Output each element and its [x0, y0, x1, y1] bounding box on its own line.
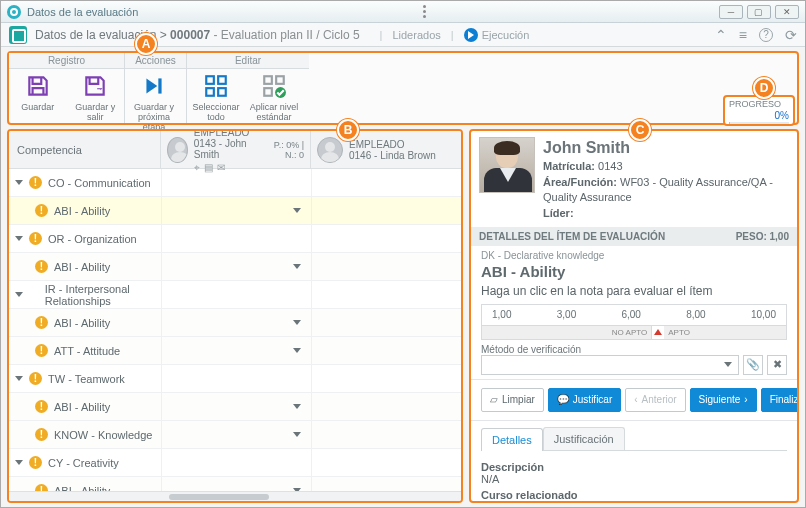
cell-emp2[interactable] — [311, 169, 461, 196]
row-label: TW - Teamwork — [48, 373, 125, 385]
cell-emp1[interactable] — [161, 421, 311, 448]
avatar-icon — [317, 137, 343, 163]
warning-icon: ! — [35, 428, 48, 441]
cell-emp1[interactable] — [161, 365, 311, 392]
cell-emp2[interactable] — [311, 393, 461, 420]
cell-emp2[interactable] — [311, 477, 461, 491]
competency-item[interactable]: !ATT - Attitude — [9, 337, 461, 365]
competency-tree[interactable]: !CO - Communication!ABI - Ability!OR - O… — [9, 169, 461, 491]
tab-detalles[interactable]: Detalles — [481, 428, 543, 451]
app-icon — [7, 5, 21, 19]
cell-emp2[interactable] — [311, 421, 461, 448]
clear-button[interactable]: ▱Limpiar — [481, 388, 544, 412]
chevron-down-icon — [15, 236, 23, 241]
comment-icon: 💬 — [557, 394, 569, 405]
chevron-right-icon: › — [744, 394, 747, 405]
minimize-button[interactable]: ─ — [719, 5, 743, 19]
link-ejecucion[interactable]: Ejecución — [464, 28, 530, 42]
rating-scale[interactable]: 1,00 3,00 6,00 8,00 10,00 NO APTO APTO — [481, 304, 787, 340]
cell-emp2[interactable] — [311, 197, 461, 224]
chevron-left-icon: ‹ — [634, 394, 637, 405]
save-button[interactable]: Guardar — [9, 69, 67, 126]
warning-icon: ! — [29, 232, 42, 245]
cell-emp2[interactable] — [311, 365, 461, 392]
breadcrumb: Datos de la evaluación > 000007 - Evalua… — [35, 28, 360, 42]
attach-icon[interactable]: 📎 — [743, 355, 763, 375]
cell-emp1[interactable] — [161, 197, 311, 224]
verification-select[interactable] — [481, 355, 739, 375]
peso-value: 1,00 — [770, 231, 789, 242]
rating-hint: Haga un clic en la nota para evaluar el … — [481, 284, 787, 298]
cell-emp1[interactable] — [161, 225, 311, 252]
cell-emp2[interactable] — [311, 253, 461, 280]
cell-emp1[interactable] — [161, 393, 311, 420]
warning-icon: ! — [35, 400, 48, 413]
competency-item[interactable]: !ABI - Ability — [9, 253, 461, 281]
section-title: DETALLES DEL ÍTEM DE EVALUACIÓN — [479, 231, 665, 242]
col-employee-1[interactable]: EMPLEADO 0143 - John Smith ⌖▤✉ P.: 0% | … — [161, 131, 311, 168]
toolbar-group-editar: Editar — [187, 53, 309, 69]
collapse-icon[interactable]: ⌃ — [715, 27, 727, 43]
options-menu-icon[interactable] — [418, 5, 432, 18]
row-label: ABI - Ability — [54, 317, 110, 329]
cell-emp2[interactable] — [311, 281, 461, 308]
row-label: ABI - Ability — [54, 205, 110, 217]
col-competencia[interactable]: Competencia — [9, 131, 161, 168]
cell-emp1[interactable] — [161, 169, 311, 196]
course-value: N/A — [481, 501, 787, 503]
breadcrumb-name: Evaluation plan II / Ciclo 5 — [221, 28, 360, 42]
window-titlebar: Datos de la evaluación ─ ▢ ✕ — [1, 1, 805, 23]
cell-emp1[interactable] — [161, 337, 311, 364]
competency-group[interactable]: !OR - Organization — [9, 225, 461, 253]
justify-button[interactable]: 💬Justificar — [548, 388, 621, 412]
competency-item[interactable]: !ABI - Ability — [9, 393, 461, 421]
tab-justificacion[interactable]: Justificación — [543, 427, 625, 450]
cell-emp1[interactable] — [161, 253, 311, 280]
chevron-down-icon — [293, 264, 301, 269]
next-button[interactable]: Siguiente› — [690, 388, 757, 412]
competency-group[interactable]: !CY - Creativity — [9, 449, 461, 477]
svg-rect-6 — [276, 76, 284, 84]
cell-emp1[interactable] — [161, 281, 311, 308]
help-icon[interactable]: ? — [759, 28, 773, 42]
matricula-value: 0143 — [598, 160, 622, 172]
competency-item[interactable]: !ABI - Ability — [9, 309, 461, 337]
clear-field-icon[interactable]: ✖ — [767, 355, 787, 375]
window-title: Datos de la evaluación — [27, 6, 138, 18]
svg-rect-2 — [218, 76, 226, 84]
competency-item[interactable]: !ABI - Ability — [9, 477, 461, 491]
cell-emp2[interactable] — [311, 225, 461, 252]
maximize-button[interactable]: ▢ — [747, 5, 771, 19]
progress-label: PROGRESO — [729, 99, 789, 109]
select-all-button[interactable]: Seleccionar todo — [187, 69, 245, 126]
col-employee-2[interactable]: EMPLEADO 0146 - Linda Brown — [311, 131, 461, 168]
chevron-down-icon — [293, 404, 301, 409]
cell-emp1[interactable] — [161, 477, 311, 491]
toolbar: Registro Guardar Guardar y salir Accione… — [7, 51, 799, 125]
close-button[interactable]: ✕ — [775, 5, 799, 19]
competency-group[interactable]: !CO - Communication — [9, 169, 461, 197]
callout-c: C — [629, 119, 651, 141]
competency-group[interactable]: !IR - Interpersonal Relationships — [9, 281, 461, 309]
list-icon[interactable]: ≡ — [739, 27, 747, 43]
previous-button[interactable]: ‹Anterior — [625, 388, 685, 412]
cell-emp2[interactable] — [311, 337, 461, 364]
link-liderados[interactable]: Liderados — [392, 29, 440, 41]
save-next-button[interactable]: Guardar y próxima etapa — [125, 69, 183, 136]
threshold-icon — [654, 329, 662, 335]
cell-emp1[interactable] — [161, 449, 311, 476]
warning-icon: ! — [29, 176, 42, 189]
cell-emp2[interactable] — [311, 309, 461, 336]
apply-standard-button[interactable]: Aplicar nivel estándar — [245, 69, 303, 126]
warning-icon: ! — [35, 204, 48, 217]
refresh-icon[interactable]: ⟳ — [785, 27, 797, 43]
horizontal-scrollbar[interactable] — [9, 491, 461, 501]
window-buttons: ─ ▢ ✕ — [719, 5, 799, 19]
competency-item[interactable]: !ABI - Ability — [9, 197, 461, 225]
save-exit-button[interactable]: Guardar y salir — [67, 69, 125, 126]
competency-item[interactable]: !KNOW - Knowledge — [9, 421, 461, 449]
cell-emp2[interactable] — [311, 449, 461, 476]
competency-group[interactable]: !TW - Teamwork — [9, 365, 461, 393]
cell-emp1[interactable] — [161, 309, 311, 336]
finish-button[interactable]: Finalizar✔ — [761, 388, 799, 412]
